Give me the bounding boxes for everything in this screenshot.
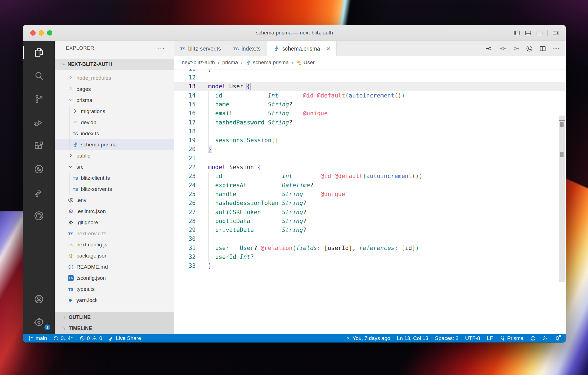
code-line-29[interactable]: 29 privateData String? bbox=[174, 226, 566, 235]
tree-item-.eslintrc.json[interactable]: .eslintrc.json bbox=[55, 206, 174, 217]
tree-item-blitz-server.ts[interactable]: TSblitz-server.ts bbox=[55, 184, 174, 195]
current-change-button[interactable] bbox=[499, 45, 506, 52]
title-bar[interactable]: schema.prisma — next-blitz-auth bbox=[23, 25, 566, 41]
scrollbar-thumb[interactable] bbox=[559, 116, 565, 282]
code-line-33[interactable]: 33} bbox=[174, 261, 566, 271]
activity-accounts[interactable] bbox=[23, 288, 55, 311]
code-line-32[interactable]: 32 userId Int? bbox=[174, 252, 566, 262]
status-blame[interactable]: You, 7 days ago bbox=[345, 334, 390, 342]
status-cursor-position[interactable]: Ln 13, Col 13 bbox=[397, 334, 428, 342]
code-line-24[interactable]: 24 expiresAt DateTime? bbox=[174, 181, 566, 190]
status-sync[interactable]: 0↓ 4↑ bbox=[53, 334, 73, 342]
tree-item-tsconfig.json[interactable]: TStsconfig.json bbox=[55, 272, 174, 284]
status-live-share[interactable]: Live Share bbox=[108, 334, 141, 342]
typescript-icon: TS bbox=[180, 46, 185, 51]
breadcrumb-item-User[interactable]: User bbox=[296, 59, 315, 66]
code-line-18[interactable]: 18 bbox=[174, 127, 566, 136]
tree-item-blitz-client.ts[interactable]: TSblitz-client.ts bbox=[55, 172, 174, 184]
layout-sidebar-button[interactable] bbox=[513, 29, 520, 36]
code-editor[interactable]: 11}1213model User {14 id Int @id @defaul… bbox=[174, 69, 566, 334]
code-line-20[interactable]: 20} bbox=[174, 145, 566, 154]
code-line-11[interactable]: 11} bbox=[174, 69, 566, 73]
code-line-27[interactable]: 27 antiCSRFToken String? bbox=[174, 208, 566, 217]
tree-item-.gitignore[interactable]: .gitignore bbox=[55, 217, 174, 228]
zoom-button[interactable] bbox=[47, 30, 52, 36]
tree-item-.env[interactable]: .env bbox=[55, 195, 174, 206]
code-line-25[interactable]: 25 handle String @unique bbox=[174, 190, 566, 199]
code-line-23[interactable]: 23 id Int @id @default(autoincrement()) bbox=[174, 172, 566, 181]
activity-source-control[interactable] bbox=[23, 88, 55, 111]
code-line-14[interactable]: 14 id Int @id @default(autoincrement()) bbox=[174, 91, 566, 100]
chev-right-icon bbox=[61, 315, 67, 320]
tree-item-pages[interactable]: pages bbox=[55, 84, 174, 95]
close-tab-icon[interactable]: × bbox=[326, 45, 330, 52]
layout-split-button[interactable] bbox=[536, 29, 543, 36]
status-encoding[interactable]: UTF-8 bbox=[465, 334, 480, 342]
tree-item-public[interactable]: public bbox=[55, 150, 174, 161]
tree-item-migrations[interactable]: migrations bbox=[55, 106, 174, 117]
more-actions-icon[interactable]: ··· bbox=[157, 47, 165, 49]
tree-item-yarn.lock[interactable]: yarn.lock bbox=[55, 295, 174, 306]
status-language-mode[interactable]: Prisma bbox=[500, 334, 524, 342]
breadcrumb-item-prisma[interactable]: prisma bbox=[222, 59, 238, 66]
activity-extensions[interactable] bbox=[23, 134, 55, 158]
activity-commit-graph[interactable] bbox=[23, 158, 55, 181]
code-line-15[interactable]: 15 name String? bbox=[174, 100, 566, 109]
more-actions-button[interactable] bbox=[552, 45, 560, 52]
code-line-12[interactable]: 12 bbox=[174, 73, 566, 82]
tree-item-prisma[interactable]: prisma bbox=[55, 95, 174, 106]
tree-item-dev.db[interactable]: dev.db bbox=[55, 117, 174, 128]
code-line-22[interactable]: 22model Session { bbox=[174, 163, 566, 172]
code-line-31[interactable]: 31 user User? @relation(fields: [userId]… bbox=[174, 244, 566, 253]
activity-github[interactable] bbox=[23, 204, 55, 228]
minimize-button[interactable] bbox=[39, 30, 44, 36]
layout-panel-button[interactable] bbox=[525, 29, 532, 36]
activity-explorer[interactable] bbox=[23, 41, 55, 64]
tree-item-schema.prisma[interactable]: schema.prisma bbox=[55, 139, 174, 150]
tree-item-README.md[interactable]: README.md bbox=[55, 261, 174, 272]
tree-item-src[interactable]: src bbox=[55, 161, 174, 172]
status-eol[interactable]: LF bbox=[487, 334, 493, 342]
status-indentation[interactable]: Spaces: 2 bbox=[435, 334, 459, 342]
commit-graph-button[interactable] bbox=[526, 45, 533, 52]
tree-item-index.ts[interactable]: TSindex.ts bbox=[55, 128, 174, 139]
activity-live-share[interactable] bbox=[23, 181, 55, 204]
editor-scrollbar[interactable] bbox=[559, 69, 566, 334]
status-live-share-contacts[interactable] bbox=[542, 334, 548, 342]
activity-search[interactable] bbox=[23, 64, 55, 88]
tab-blitz-server.ts[interactable]: TSblitz-server.ts bbox=[174, 41, 227, 56]
sidebar-section-timeline[interactable]: TIMELINE bbox=[55, 323, 174, 334]
status-feedback[interactable] bbox=[530, 334, 536, 342]
layout-customize-button[interactable] bbox=[552, 29, 559, 36]
sidebar-header: EXPLORER ··· bbox=[55, 41, 174, 55]
tree-item-node_modules[interactable]: node_modules bbox=[55, 72, 174, 84]
activity-settings[interactable]: 1 bbox=[23, 311, 55, 334]
code-line-16[interactable]: 16 email String @unique bbox=[174, 109, 566, 118]
code-line-13[interactable]: 13model User { bbox=[174, 82, 566, 91]
next-change-button[interactable] bbox=[512, 45, 520, 52]
tab-index.ts[interactable]: TSindex.ts bbox=[227, 41, 267, 56]
code-line-30[interactable]: 30 bbox=[174, 234, 566, 244]
code-line-26[interactable]: 26 hashedSessionToken String? bbox=[174, 199, 566, 208]
status-notifications[interactable] bbox=[555, 334, 560, 342]
status-branch[interactable]: main bbox=[28, 334, 47, 342]
status-problems[interactable]: 00 bbox=[79, 334, 102, 342]
code-line-21[interactable]: 21 bbox=[174, 154, 566, 163]
split-editor-button[interactable] bbox=[539, 45, 546, 52]
tree-item-types.ts[interactable]: TStypes.ts bbox=[55, 284, 174, 295]
code-line-19[interactable]: 19 sessions Session[] bbox=[174, 136, 566, 145]
tree-item-package.json[interactable]: {}package.json bbox=[55, 250, 174, 261]
activity-run-and-debug[interactable] bbox=[23, 111, 55, 134]
code-line-28[interactable]: 28 publicData String? bbox=[174, 217, 566, 226]
prev-change-button[interactable] bbox=[486, 45, 493, 52]
breadcrumb-item-next-blitz-auth[interactable]: next-blitz-auth bbox=[182, 59, 215, 66]
workspace-root-header[interactable]: NEXT-BLITZ-AUTH bbox=[55, 59, 174, 69]
tree-item-next.config.js[interactable]: JSnext.config.js bbox=[55, 239, 174, 250]
close-button[interactable] bbox=[30, 30, 36, 36]
tab-schema.prisma[interactable]: schema.prisma× bbox=[267, 41, 337, 56]
tree-item-next-env.d.ts[interactable]: TSnext-env.d.ts bbox=[55, 228, 174, 239]
lang-braces-icon bbox=[500, 336, 505, 341]
code-line-17[interactable]: 17 hashedPassword String? bbox=[174, 118, 566, 127]
breadcrumb-item-schema.prisma[interactable]: schema.prisma bbox=[245, 59, 289, 66]
sidebar-section-outline[interactable]: OUTLINE bbox=[55, 312, 174, 323]
